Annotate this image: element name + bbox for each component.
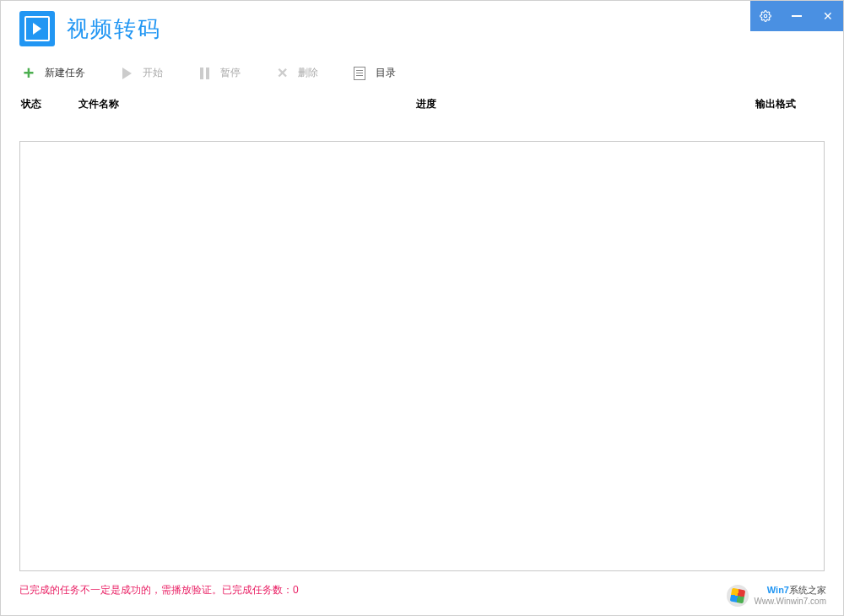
app-logo-icon [19, 11, 55, 46]
close-button[interactable]: ✕ [815, 1, 841, 31]
pause-button[interactable]: 暂停 [197, 66, 241, 81]
toolbar: + 新建任务 开始 暂停 ✕ 删除 目录 [1, 56, 843, 91]
close-icon: ✕ [823, 10, 833, 22]
window-controls: ✕ [750, 1, 843, 31]
watermark-brand-line: Win7系统之家 [754, 585, 826, 596]
title-bar: 视频转码 ✕ [1, 1, 843, 56]
watermark-logo-icon [727, 585, 749, 607]
pause-label: 暂停 [220, 66, 241, 80]
table-header: 状态 文件名称 进度 输出格式 [1, 91, 843, 118]
new-task-button[interactable]: + 新建任务 [21, 66, 85, 81]
status-message: 已完成的任务不一定是成功的，需播放验证。已完成任务数： [19, 583, 293, 597]
column-filename: 文件名称 [78, 97, 416, 111]
delete-button[interactable]: ✕ 删除 [274, 66, 318, 81]
directory-icon [352, 66, 367, 81]
completed-count: 0 [293, 584, 299, 596]
column-status: 状态 [21, 97, 78, 111]
status-bar: 已完成的任务不一定是成功的，需播放验证。已完成任务数： 0 [19, 580, 825, 600]
watermark: Win7系统之家 Www.Winwin7.com [727, 585, 826, 607]
watermark-url: Www.Winwin7.com [754, 597, 826, 607]
pause-icon [197, 66, 212, 81]
start-button[interactable]: 开始 [119, 66, 163, 81]
column-progress: 进度 [416, 97, 755, 111]
task-list[interactable] [19, 141, 825, 571]
minimize-button[interactable] [784, 1, 809, 31]
logo-area: 视频转码 [1, 1, 161, 46]
play-icon [119, 66, 134, 81]
directory-button[interactable]: 目录 [352, 66, 396, 81]
app-title: 视频转码 [67, 14, 161, 44]
gear-icon [760, 10, 771, 22]
start-label: 开始 [143, 66, 163, 80]
settings-button[interactable] [753, 1, 778, 31]
delete-label: 删除 [298, 66, 318, 80]
directory-label: 目录 [376, 66, 396, 80]
new-task-label: 新建任务 [45, 66, 85, 80]
minimize-icon [792, 15, 802, 17]
column-output-format: 输出格式 [755, 97, 823, 111]
plus-icon: + [21, 66, 36, 81]
svg-point-0 [765, 14, 768, 18]
delete-icon: ✕ [274, 66, 289, 81]
